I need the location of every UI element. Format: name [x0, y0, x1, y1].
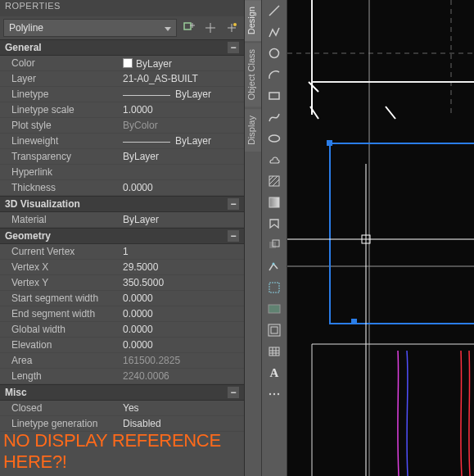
svg-rect-11	[269, 93, 279, 99]
properties-panel: ROPERTIES Polyline General − ColorByL	[0, 0, 245, 476]
prop-transparency[interactable]: ByLayer	[120, 151, 244, 162]
object-type-value: Polyline	[9, 22, 43, 34]
tab-display[interactable]: Display	[245, 109, 261, 152]
svg-line-14	[269, 176, 273, 180]
svg-rect-26	[269, 347, 279, 356]
text-tool-icon[interactable]: A	[264, 364, 284, 382]
prop-closed[interactable]: Yes	[120, 402, 244, 414]
circle-tool-icon[interactable]	[264, 44, 284, 62]
prop-label: Global width	[0, 324, 120, 335]
table-tool-icon[interactable]	[264, 342, 284, 360]
prop-layer[interactable]: 21-A0_AS-BUILT	[120, 73, 244, 84]
prop-vertex-x[interactable]: 29.5000	[120, 261, 244, 273]
svg-line-42	[386, 107, 395, 119]
svg-point-21	[273, 263, 275, 265]
lineweight-preview-icon	[123, 142, 170, 143]
svg-marker-0	[165, 27, 171, 31]
section-misc-title: Misc	[5, 387, 27, 398]
prop-label: Thickness	[0, 182, 120, 193]
section-viz-header[interactable]: 3D Visualization −	[0, 196, 244, 212]
boundary-tool-icon[interactable]	[264, 215, 284, 233]
svg-point-12	[269, 135, 280, 142]
collapse-icon: −	[228, 230, 239, 242]
svg-line-9	[269, 6, 279, 16]
tab-object-class[interactable]: Object Class	[245, 43, 261, 107]
object-type-selector[interactable]: Polyline	[3, 19, 177, 37]
prop-label: Elevation	[0, 339, 120, 351]
prop-label: End segment width	[0, 308, 120, 320]
prop-label: Lineweight	[0, 135, 120, 147]
view-extents-tool-icon[interactable]	[264, 300, 284, 318]
palette-tabs: Design Object Class Display	[245, 0, 262, 476]
prop-length: 2240.0006	[120, 370, 244, 382]
gradient-tool-icon[interactable]	[264, 193, 284, 211]
prop-label: Vertex Y	[0, 277, 120, 288]
prop-start-seg-width[interactable]: 0.0000	[120, 292, 244, 304]
section-geometry-title: Geometry	[5, 230, 51, 242]
prop-material[interactable]: ByLayer	[120, 214, 244, 225]
prop-global-width[interactable]: 0.0000	[120, 324, 244, 335]
prop-lineweight[interactable]: ByLayer	[120, 135, 244, 147]
prop-area: 161500.2825	[120, 355, 244, 366]
prop-ltscale[interactable]: 1.0000	[120, 104, 244, 116]
ellipse-tool-icon[interactable]	[264, 129, 284, 147]
arc-tool-icon[interactable]	[264, 66, 284, 84]
polyline-edit-tool-icon[interactable]	[264, 257, 284, 275]
svg-rect-22	[269, 283, 279, 292]
prop-label: Start segment width	[0, 292, 120, 304]
region-tool-icon[interactable]	[264, 236, 284, 254]
section-geometry-header[interactable]: Geometry −	[0, 228, 244, 244]
tab-design[interactable]: Design	[245, 0, 261, 41]
section-viz-title: 3D Visualization	[5, 198, 80, 210]
more-tools-icon[interactable]	[264, 385, 284, 403]
prop-label: Layer	[0, 73, 120, 84]
cloud-tool-icon[interactable]	[264, 151, 284, 169]
svg-rect-1	[184, 23, 191, 29]
rectangle-tool-icon[interactable]	[264, 87, 284, 105]
prop-end-seg-width[interactable]: 0.0000	[120, 308, 244, 320]
prop-label: Transparency	[0, 151, 120, 162]
tool-palette: A	[262, 0, 287, 476]
prop-label: Current Vertex	[0, 246, 120, 257]
prop-linetype[interactable]: ByLayer	[120, 88, 244, 100]
svg-rect-25	[269, 324, 280, 336]
svg-marker-18	[270, 220, 278, 228]
hatch-tool-icon[interactable]	[264, 172, 284, 190]
prop-label: Area	[0, 355, 120, 366]
prop-label: Length	[0, 370, 120, 382]
prop-label: Linetype generation	[0, 418, 120, 429]
select-window-tool-icon[interactable]	[264, 279, 284, 297]
linetype-preview-icon	[123, 95, 170, 96]
spline-tool-icon[interactable]	[264, 108, 284, 126]
collapse-icon: −	[228, 42, 239, 53]
toggle-pickadd-button[interactable]	[180, 19, 198, 37]
panel-title: ROPERTIES	[0, 0, 244, 16]
prop-ltgen[interactable]: Disabled	[120, 418, 244, 429]
select-objects-button[interactable]	[201, 19, 219, 37]
object-selector-row: Polyline	[0, 16, 244, 39]
color-swatch-icon	[123, 58, 133, 68]
layout-tool-icon[interactable]	[264, 321, 284, 339]
prop-thickness[interactable]: 0.0000	[120, 182, 244, 193]
quick-select-button[interactable]	[223, 19, 241, 37]
prop-label: Hyperlink	[0, 166, 120, 178]
svg-line-40	[309, 82, 318, 92]
collapse-icon: −	[228, 387, 239, 398]
drawing-canvas[interactable]	[287, 0, 474, 476]
svg-point-33	[278, 393, 279, 395]
svg-line-15	[269, 176, 278, 184]
prop-current-vertex[interactable]: 1	[120, 246, 244, 257]
section-misc-header[interactable]: Misc −	[0, 384, 244, 401]
prop-label: Plot style	[0, 120, 120, 131]
dropdown-caret-icon	[165, 22, 171, 34]
section-general-header[interactable]: General −	[0, 39, 244, 56]
prop-elevation[interactable]: 0.0000	[120, 339, 244, 351]
collapse-icon: −	[228, 198, 239, 210]
section-general-title: General	[5, 42, 42, 53]
prop-color[interactable]: ByLayer	[120, 57, 244, 70]
line-tool-icon[interactable]	[264, 2, 284, 20]
prop-vertex-y[interactable]: 350.5000	[120, 277, 244, 288]
prop-label: Linetype	[0, 88, 120, 100]
polyline-tool-icon[interactable]	[264, 23, 284, 41]
svg-point-8	[233, 23, 237, 26]
